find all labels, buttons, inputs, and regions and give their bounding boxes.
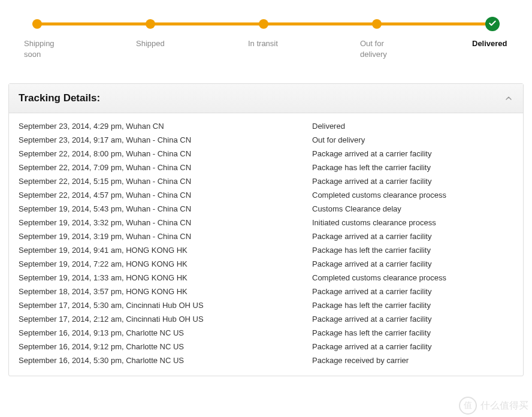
progress-label-out-for-delivery: Out for delivery (360, 38, 396, 59)
progress-node-out-for-delivery (372, 19, 382, 29)
tracking-row: September 18, 2014, 3:57 pm, HONG KONG H… (19, 285, 513, 298)
tracking-row-datetime-location: September 18, 2014, 3:57 pm, HONG KONG H… (19, 287, 312, 296)
progress-node-shipping-soon (32, 19, 42, 29)
progress-node-delivered (485, 17, 500, 31)
tracking-row-status: Package arrived at a carrier facility (312, 342, 513, 351)
progress-nodes (32, 18, 500, 30)
tracking-row: September 22, 2014, 5:15 pm, Wuhan - Chi… (19, 174, 513, 188)
tracking-row-datetime-location: September 19, 2014, 3:32 pm, Wuhan - Chi… (19, 218, 312, 227)
tracking-row-status: Delivered (312, 122, 513, 131)
tracking-row-datetime-location: September 22, 2014, 4:57 pm, Wuhan - Chi… (19, 191, 312, 200)
tracking-row: September 17, 2014, 5:30 am, Cincinnati … (19, 298, 513, 312)
tracking-row-datetime-location: September 16, 2014, 9:12 pm, Charlotte N… (19, 342, 312, 351)
tracking-row-datetime-location: September 17, 2014, 2:12 am, Cincinnati … (19, 315, 312, 324)
tracking-row: September 16, 2014, 5:30 pm, Charlotte N… (19, 353, 513, 367)
progress-label-in-transit: In transit (248, 38, 284, 59)
tracking-row-status: Initiated customs clearance process (312, 218, 513, 227)
tracking-row-status: Package has left the carrier facility (312, 328, 513, 337)
tracking-row: September 23, 2014, 9:17 am, Wuhan - Chi… (19, 133, 513, 147)
tracking-row-status: Package has left the carrier facility (312, 163, 513, 172)
tracking-row: September 16, 2014, 9:13 pm, Charlotte N… (19, 326, 513, 340)
shipping-progress: Shipping soon Shipped In transit Out for… (0, 0, 532, 71)
tracking-row-status: Out for delivery (312, 135, 513, 144)
progress-label-shipping-soon: Shipping soon (24, 38, 60, 59)
tracking-row: September 17, 2014, 2:12 am, Cincinnati … (19, 312, 513, 326)
tracking-row-status: Package arrived at a carrier facility (312, 259, 513, 268)
tracking-row-datetime-location: September 22, 2014, 7:09 pm, Wuhan - Chi… (19, 163, 312, 172)
tracking-row-datetime-location: September 19, 2014, 7:22 am, HONG KONG H… (19, 259, 312, 268)
tracking-row-datetime-location: September 23, 2014, 9:17 am, Wuhan - Chi… (19, 135, 312, 144)
tracking-row-datetime-location: September 17, 2014, 5:30 am, Cincinnati … (19, 301, 312, 310)
progress-node-shipped (146, 19, 155, 29)
chevron-up-icon (504, 93, 513, 103)
tracking-title: Tracking Details: (19, 92, 100, 104)
tracking-header[interactable]: Tracking Details: (9, 84, 523, 113)
progress-label-shipped: Shipped (136, 38, 172, 59)
tracking-row-datetime-location: September 19, 2014, 1:33 am, HONG KONG H… (19, 273, 312, 282)
tracking-row-status: Package arrived at a carrier facility (312, 287, 513, 296)
tracking-row-datetime-location: September 19, 2014, 9:41 am, HONG KONG H… (19, 246, 312, 255)
tracking-row-status: Package has left the carrier facility (312, 246, 513, 255)
tracking-row: September 19, 2014, 1:33 am, HONG KONG H… (19, 271, 513, 285)
progress-node-in-transit (259, 19, 268, 29)
tracking-row-status: Package arrived at a carrier facility (312, 177, 513, 186)
tracking-row: September 22, 2014, 4:57 pm, Wuhan - Chi… (19, 188, 513, 202)
tracking-row-datetime-location: September 19, 2014, 3:19 pm, Wuhan - Chi… (19, 232, 312, 241)
tracking-row-datetime-location: September 23, 2014, 4:29 pm, Wuhan CN (19, 122, 312, 131)
tracking-row: September 19, 2014, 9:41 am, HONG KONG H… (19, 243, 513, 257)
tracking-row: September 19, 2014, 3:32 pm, Wuhan - Chi… (19, 216, 513, 229)
tracking-row-datetime-location: September 16, 2014, 9:13 pm, Charlotte N… (19, 328, 312, 337)
tracking-row-status: Completed customs clearance process (312, 273, 513, 282)
tracking-row: September 23, 2014, 4:29 pm, Wuhan CNDel… (19, 119, 513, 133)
tracking-row-datetime-location: September 22, 2014, 5:15 pm, Wuhan - Chi… (19, 177, 312, 186)
tracking-row-datetime-location: September 22, 2014, 8:00 pm, Wuhan - Chi… (19, 149, 312, 158)
tracking-row: September 16, 2014, 9:12 pm, Charlotte N… (19, 340, 513, 353)
tracking-row: September 22, 2014, 7:09 pm, Wuhan - Chi… (19, 161, 513, 174)
tracking-row-datetime-location: September 16, 2014, 5:30 pm, Charlotte N… (19, 356, 312, 365)
tracking-row: September 19, 2014, 7:22 am, HONG KONG H… (19, 257, 513, 271)
progress-bar (32, 18, 500, 30)
tracking-row-status: Package has left the carrier facility (312, 301, 513, 310)
tracking-row-status: Package arrived at a carrier facility (312, 232, 513, 241)
check-icon (488, 19, 497, 29)
tracking-row-status: Completed customs clearance process (312, 191, 513, 200)
tracking-panel: Tracking Details: September 23, 2014, 4:… (8, 83, 524, 376)
progress-labels: Shipping soon Shipped In transit Out for… (24, 38, 508, 59)
tracking-rows: September 23, 2014, 4:29 pm, Wuhan CNDel… (9, 113, 523, 376)
tracking-row: September 22, 2014, 8:00 pm, Wuhan - Chi… (19, 147, 513, 161)
tracking-row-status: Package arrived at a carrier facility (312, 149, 513, 158)
tracking-row: September 19, 2014, 3:19 pm, Wuhan - Chi… (19, 229, 513, 243)
tracking-row-status: Package received by carrier (312, 356, 513, 365)
tracking-row-status: Customs Clearance delay (312, 204, 513, 213)
tracking-row-datetime-location: September 19, 2014, 5:43 pm, Wuhan - Chi… (19, 204, 312, 213)
tracking-row: September 19, 2014, 5:43 pm, Wuhan - Chi… (19, 202, 513, 216)
progress-label-delivered: Delivered (472, 38, 508, 59)
tracking-row-status: Package arrived at a carrier facility (312, 315, 513, 324)
